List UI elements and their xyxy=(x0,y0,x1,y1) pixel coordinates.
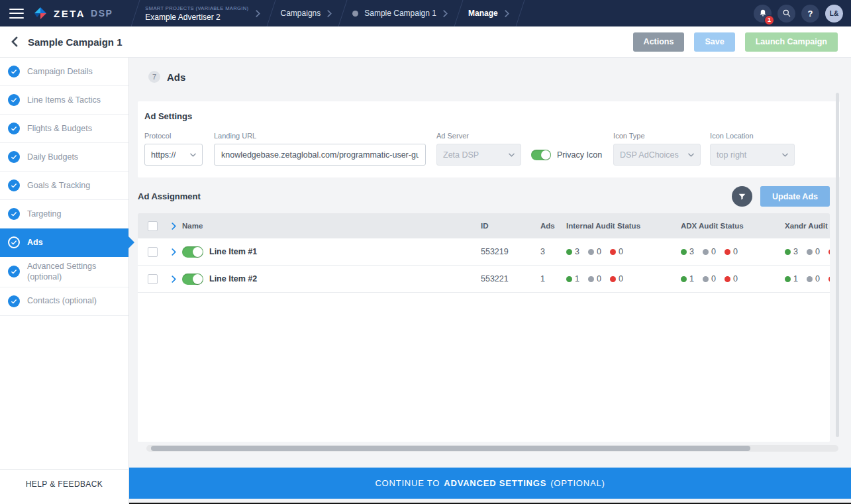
continue-text-emphasis: ADVANCED SETTINGS xyxy=(444,478,546,488)
sidebar-item-line-items-tactics[interactable]: Line Items & Tactics xyxy=(0,86,128,115)
status-dot-green xyxy=(566,276,572,282)
audit-status-adx: 3 0 0 xyxy=(681,247,785,256)
status-dot-green xyxy=(785,276,791,282)
protocol-value: https:// xyxy=(151,150,176,160)
sidebar-item-campaign-details[interactable]: Campaign Details xyxy=(0,58,128,86)
launch-campaign-button[interactable]: Launch Campaign xyxy=(745,32,838,52)
sidebar-item-label: Contacts (optional) xyxy=(27,295,97,306)
landing-url-label: Landing URL xyxy=(214,132,426,140)
notifications-button[interactable]: 1 xyxy=(754,5,772,23)
row-id: 553219 xyxy=(481,247,540,256)
zeta-dsp-logo[interactable]: ZETA DSP xyxy=(32,5,113,21)
search-button[interactable] xyxy=(777,5,795,23)
icon-location-label: Icon Location xyxy=(710,132,795,140)
sidebar-item-goals-tracking[interactable]: Goals & Tracking xyxy=(0,172,128,200)
icon-location-select[interactable]: top right xyxy=(710,144,795,166)
privacy-icon-toggle[interactable] xyxy=(531,150,551,160)
chevron-down-icon xyxy=(688,153,694,157)
icon-type-select[interactable]: DSP AdChoices xyxy=(613,144,701,166)
ad-settings-title: Ad Settings xyxy=(144,111,833,121)
check-circle-icon xyxy=(8,236,20,248)
select-all-checkbox[interactable] xyxy=(148,221,158,231)
save-button[interactable]: Save xyxy=(694,32,734,52)
sidebar-item-flights-budgets[interactable]: Flights & Budgets xyxy=(0,115,128,143)
status-dot-green xyxy=(681,249,687,255)
breadcrumb-divider xyxy=(454,0,463,26)
status-dot-red xyxy=(610,249,616,255)
sidebar-item-label: Line Items & Tactics xyxy=(27,95,101,105)
column-header-ads: Ads xyxy=(540,222,566,230)
status-dot-red xyxy=(828,249,830,255)
ad-assignment-table: Name ID Ads Internal Audit Status ADX Au… xyxy=(138,213,830,442)
row-checkbox[interactable] xyxy=(148,274,158,284)
sidebar-item-label: Daily Budgets xyxy=(27,152,78,162)
sidebar-item-daily-budgets[interactable]: Daily Budgets xyxy=(0,143,128,172)
vertical-scrollbar[interactable] xyxy=(836,93,839,437)
campaign-steps-sidebar: Campaign Details Line Items & Tactics Fl… xyxy=(0,58,129,504)
back-button[interactable] xyxy=(11,36,18,47)
update-ads-button[interactable]: Update Ads xyxy=(760,186,830,207)
sidebar-item-label: Goals & Tracking xyxy=(27,180,90,191)
ad-server-value: Zeta DSP xyxy=(443,150,479,160)
table-header-row: Name ID Ads Internal Audit Status ADX Au… xyxy=(138,213,830,238)
question-mark-icon: ? xyxy=(808,9,813,19)
sidebar-item-advanced-settings[interactable]: Advanced Settings (optional) xyxy=(0,257,128,287)
icon-location-value: top right xyxy=(717,150,746,160)
protocol-label: Protocol xyxy=(144,132,203,140)
avatar[interactable]: L& xyxy=(825,5,843,23)
topbar-actions: 1 ? L& xyxy=(754,5,851,23)
sidebar-item-label: Advanced Settings (optional) xyxy=(27,261,122,283)
sidebar-item-contacts[interactable]: Contacts (optional) xyxy=(0,287,128,316)
menu-icon[interactable] xyxy=(9,9,24,19)
breadcrumb-manage[interactable]: Manage xyxy=(468,9,498,18)
breadcrumb: SMART PROJECTS (VARIABLE MARGIN) Example… xyxy=(131,0,529,26)
ad-settings-card: Ad Settings Protocol https:// Landing UR… xyxy=(138,101,840,177)
help-button[interactable]: ? xyxy=(801,5,819,23)
chevron-right-icon xyxy=(443,10,448,17)
column-header-adx-audit: ADX Audit Status xyxy=(681,222,785,230)
breadcrumb-divider xyxy=(266,0,275,26)
row-checkbox[interactable] xyxy=(148,247,158,257)
icon-type-value: DSP AdChoices xyxy=(620,150,679,160)
landing-url-input[interactable] xyxy=(214,144,426,166)
check-circle-icon xyxy=(8,151,20,163)
filter-button[interactable] xyxy=(732,186,752,207)
line-item-toggle[interactable] xyxy=(182,274,203,285)
toggle-knob xyxy=(541,150,550,160)
row-name: Line Item #1 xyxy=(209,247,257,256)
line-item-toggle[interactable] xyxy=(182,246,203,258)
expand-all-icon[interactable] xyxy=(172,223,176,230)
page-step-heading: 7 Ads xyxy=(138,71,851,83)
column-header-internal-audit: Internal Audit Status xyxy=(566,222,681,230)
status-dot-green xyxy=(681,276,687,282)
column-header-xandr-audit: Xandr Audit Status xyxy=(785,222,830,230)
continue-text-prefix: CONTINUE TO xyxy=(375,478,440,488)
table-row[interactable]: Line Item #2 553221 1 1 0 0 1 0 0 xyxy=(138,266,830,293)
toggle-knob xyxy=(193,247,203,257)
sidebar-item-targeting[interactable]: Targeting xyxy=(0,200,128,228)
chevron-right-icon xyxy=(256,10,260,17)
campaign-header: Sample Campaign 1 Actions Save Launch Ca… xyxy=(0,26,851,58)
column-header-name: Name xyxy=(182,222,203,230)
breadcrumb-campaign[interactable]: Sample Campaign 1 xyxy=(352,9,436,18)
ad-server-select[interactable]: Zeta DSP xyxy=(436,144,521,166)
breadcrumb-divider xyxy=(131,0,140,26)
check-circle-icon xyxy=(8,123,20,134)
privacy-icon-label: Privacy Icon xyxy=(557,150,602,160)
check-circle-icon xyxy=(8,179,20,191)
continue-footer[interactable]: CONTINUE TO ADVANCED SETTINGS (OPTIONAL) xyxy=(129,468,851,499)
help-feedback-link[interactable]: HELP & FEEDBACK xyxy=(0,469,128,499)
sidebar-item-ads[interactable]: Ads xyxy=(0,228,128,257)
protocol-select[interactable]: https:// xyxy=(144,144,203,166)
table-row[interactable]: Line Item #1 553219 3 3 0 0 3 0 0 xyxy=(138,238,830,266)
horizontal-scrollbar-thumb[interactable] xyxy=(151,446,750,451)
filter-funnel-icon xyxy=(738,192,746,201)
ad-assignment-title: Ad Assignment xyxy=(138,191,201,201)
breadcrumb-advertiser[interactable]: SMART PROJECTS (VARIABLE MARGIN) Example… xyxy=(145,5,248,22)
horizontal-scrollbar[interactable] xyxy=(146,445,838,452)
top-navbar: ZETA DSP SMART PROJECTS (VARIABLE MARGIN… xyxy=(0,0,851,26)
expand-row-icon[interactable] xyxy=(172,248,176,256)
expand-row-icon[interactable] xyxy=(172,276,176,283)
actions-button[interactable]: Actions xyxy=(633,32,685,52)
breadcrumb-campaigns[interactable]: Campaigns xyxy=(281,9,321,18)
